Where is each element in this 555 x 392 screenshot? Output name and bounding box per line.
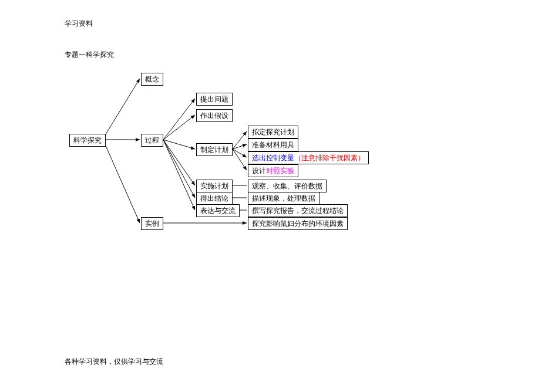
svg-line-8 — [163, 140, 195, 210]
svg-line-10 — [233, 144, 247, 149]
node-example: 实例 — [141, 217, 163, 230]
node-observe-collect: 观察、收集、评价数据 — [248, 180, 327, 192]
svg-line-9 — [233, 131, 247, 149]
select-variables-blue: 选出控制变量 — [252, 154, 294, 162]
node-example-detail: 探究影响鼠妇分布的环境因素 — [248, 217, 348, 230]
node-process: 过程 — [141, 134, 163, 147]
svg-line-6 — [163, 140, 195, 185]
node-draw-conclusion: 得出结论 — [196, 192, 233, 205]
select-variables-red: （注意排除干扰因素） — [294, 154, 365, 162]
design-magenta: 对照实验 — [266, 167, 294, 175]
node-draft-plan: 拟定探究计划 — [248, 126, 298, 138]
node-write-report: 撰写探究报告，交流过程结论 — [248, 204, 348, 217]
svg-line-2 — [105, 143, 140, 223]
svg-line-11 — [233, 149, 247, 157]
node-describe-process: 描述现象，处理数据 — [248, 192, 319, 205]
svg-line-12 — [233, 149, 247, 170]
svg-line-7 — [163, 140, 195, 198]
node-execute-plan: 实施计划 — [196, 180, 233, 192]
svg-line-0 — [105, 79, 140, 136]
node-make-plan: 制定计划 — [196, 143, 233, 156]
node-express-exchange: 表达与交流 — [196, 204, 240, 217]
node-ask-question: 提出问题 — [196, 93, 233, 106]
node-prepare-materials: 准备材料用具 — [248, 138, 298, 151]
design-prefix: 设计 — [252, 167, 266, 175]
node-root: 科学探究 — [69, 134, 106, 147]
concept-map-diagram: 科学探究 概念 过程 实例 提出问题 作出假设 制定计划 实施计划 得出结论 表… — [0, 0, 555, 392]
node-make-hypothesis: 作出假设 — [196, 109, 233, 122]
svg-line-5 — [163, 140, 195, 149]
node-concept: 概念 — [141, 73, 163, 86]
node-design-control-experiment: 设计对照实验 — [248, 164, 298, 177]
svg-line-3 — [163, 99, 195, 140]
node-select-variables: 选出控制变量（注意排除干扰因素） — [248, 151, 369, 164]
svg-line-4 — [163, 115, 195, 140]
